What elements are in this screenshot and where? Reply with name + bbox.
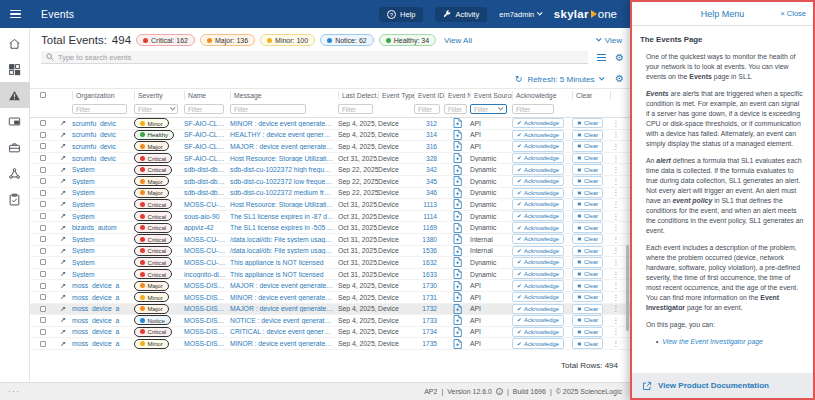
table-row[interactable]: ↗scrumfu_devicMinorSF-AIO-CLEONMINOR : d… [30, 118, 630, 130]
clear-button[interactable]: ✖Clear [572, 257, 603, 267]
acknowledge-button[interactable]: ✔Acknowledge [512, 327, 564, 337]
footer-ellipsis-icon[interactable]: ··· [8, 387, 21, 396]
acknowledge-button[interactable]: ✔Acknowledge [512, 188, 564, 198]
event-name-link[interactable]: MOSS-DIST-3- [184, 328, 230, 335]
event-note-icon[interactable] [444, 339, 470, 349]
event-name-link[interactable]: SF-AIO-CLEON [184, 131, 230, 138]
row-menu-icon[interactable]: ⋮ [610, 270, 622, 279]
row-menu-icon[interactable]: ⋮ [610, 258, 622, 267]
user-menu[interactable]: em7admin [499, 10, 542, 19]
row-menu-icon[interactable]: ⋮ [610, 293, 622, 302]
event-note-icon[interactable] [444, 234, 470, 244]
event-message-link[interactable]: MAJOR : device event generated by automa… [230, 143, 338, 150]
event-id-link[interactable]: 312 [414, 120, 444, 127]
refresh-icon[interactable]: ↻ [515, 75, 523, 84]
event-name-link[interactable]: MOSS-CU-3-6 [184, 236, 230, 243]
row-menu-icon[interactable]: ⋮ [610, 154, 622, 163]
col-message[interactable]: Message [230, 91, 338, 100]
sidebar-item-devices[interactable] [0, 108, 30, 134]
table-row[interactable]: ↗SystemMajorsdb-dist-db-10sdb-dist-cu-10… [30, 176, 630, 188]
table-row[interactable]: ↗SystemMajorsdb-dist-db-10sdb-dist-cu-10… [30, 188, 630, 200]
organization-link[interactable]: moss_device_a [72, 317, 134, 324]
filter-event-source[interactable]: Filter [470, 104, 507, 114]
hamburger-menu-icon[interactable] [10, 10, 21, 19]
event-note-icon[interactable] [444, 153, 470, 163]
row-menu-icon[interactable]: ⋮ [610, 188, 622, 197]
event-message-link[interactable]: MINOR : device event generated by automa… [230, 120, 338, 127]
row-checkbox[interactable] [40, 213, 46, 219]
table-row[interactable]: ↗moss_device_aMinorMOSS-DIST-3-MINOR : d… [30, 338, 630, 350]
event-message-link[interactable]: MAJOR : device event generated by automa… [230, 305, 338, 312]
open-event-icon[interactable]: ↗ [54, 119, 72, 127]
table-row[interactable]: ↗SystemCriticalMOSS-CU-3-6/data.local/db… [30, 246, 630, 258]
event-id-link[interactable]: 1633 [414, 271, 444, 278]
event-message-link[interactable]: MINOR : device event generated by automa… [230, 340, 338, 347]
close-help-button[interactable]: ×Close [777, 9, 806, 18]
row-menu-icon[interactable]: ⋮ [610, 235, 622, 244]
badge-critical[interactable]: Critical: 162 [136, 34, 195, 46]
row-menu-icon[interactable]: ⋮ [610, 130, 622, 139]
open-event-icon[interactable]: ↗ [54, 235, 72, 243]
filter-last-detected[interactable] [338, 104, 373, 114]
event-note-icon[interactable] [444, 211, 470, 221]
col-clear[interactable]: Clear [572, 91, 610, 100]
clear-button[interactable]: ✖Clear [572, 176, 603, 186]
organization-link[interactable]: System [72, 213, 134, 220]
organization-link[interactable]: scrumfu_devic [72, 120, 134, 127]
event-name-link[interactable]: sdb-dist-db-10 [184, 178, 230, 185]
event-id-link[interactable]: 1113 [414, 201, 444, 208]
table-row[interactable]: ↗SystemCriticalincognito-dist-This appli… [30, 269, 630, 281]
table-row[interactable]: ↗moss_device_aMajorMOSS-DIST-3-MAJOR : d… [30, 304, 630, 316]
event-name-link[interactable]: sous-aio-90 [184, 213, 230, 220]
organization-link[interactable]: bizards_autom [72, 224, 134, 231]
event-name-link[interactable]: MOSS-CU-3-6 [184, 259, 230, 266]
event-message-link[interactable]: /data.local/db: File system usage exceed… [230, 247, 338, 254]
organization-link[interactable]: moss_device_a [72, 305, 134, 312]
filter-message[interactable] [230, 104, 306, 114]
acknowledge-button[interactable]: ✔Acknowledge [512, 315, 564, 325]
clear-button[interactable]: ✖Clear [572, 269, 603, 279]
refresh-label[interactable]: Refresh: 5 Minutes [527, 75, 594, 84]
event-message-link[interactable]: The SL1 license expires in -87 days [230, 213, 338, 220]
event-message-link[interactable]: Host Resource: Storage Utilization (/var… [230, 155, 338, 162]
table-row[interactable]: ↗SystemCriticalMOSS-CU-3-6Host Resource:… [30, 199, 630, 211]
open-event-icon[interactable]: ↗ [54, 305, 72, 313]
row-checkbox[interactable] [40, 201, 46, 207]
open-event-icon[interactable]: ↗ [54, 154, 72, 162]
clear-button[interactable]: ✖Clear [572, 327, 603, 337]
table-row[interactable]: ↗SystemCriticalsous-aio-90The SL1 licens… [30, 211, 630, 223]
event-note-icon[interactable] [444, 269, 470, 279]
row-checkbox[interactable] [40, 236, 46, 242]
clear-button[interactable]: ✖Clear [572, 222, 603, 232]
organization-link[interactable]: scrumfu_devic [72, 155, 134, 162]
event-name-link[interactable]: MOSS-DIST-3- [184, 282, 230, 289]
organization-link[interactable]: System [72, 236, 134, 243]
event-note-icon[interactable] [444, 281, 470, 291]
filter-organization[interactable] [72, 104, 127, 114]
event-name-link[interactable]: MOSS-DIST-3- [184, 294, 230, 301]
acknowledge-button[interactable]: ✔Acknowledge [512, 211, 564, 221]
row-menu-icon[interactable]: ⋮ [610, 200, 622, 209]
acknowledge-button[interactable]: ✔Acknowledge [512, 130, 564, 140]
row-checkbox[interactable] [40, 143, 46, 149]
row-checkbox[interactable] [40, 306, 46, 312]
table-row[interactable]: ↗scrumfu_devicHealthySF-AIO-CLEONHEALTHY… [30, 130, 630, 142]
vertical-scrollbar[interactable] [626, 245, 629, 331]
event-message-link[interactable]: HEALTHY : device event generated by auto… [230, 131, 338, 138]
event-id-link[interactable]: 316 [414, 143, 444, 150]
event-message-link[interactable]: MAJOR : device event generated by automa… [230, 282, 338, 289]
event-id-link[interactable]: 342 [414, 166, 444, 173]
row-menu-icon[interactable]: ⋮ [610, 177, 622, 186]
clear-button[interactable]: ✖Clear [572, 118, 603, 128]
event-id-link[interactable]: 345 [414, 178, 444, 185]
open-event-icon[interactable]: ↗ [54, 142, 72, 150]
event-name-link[interactable]: incognito-dist- [184, 271, 230, 278]
badge-major[interactable]: Major: 136 [200, 34, 255, 46]
open-event-icon[interactable]: ↗ [54, 293, 72, 301]
table-row[interactable]: ↗moss_device_aNoticeMOSS-DIST-3-NOTICE :… [30, 315, 630, 327]
badge-notice[interactable]: Notice: 62 [320, 34, 374, 46]
event-id-link[interactable]: 1632 [414, 259, 444, 266]
table-row[interactable]: ↗SystemCriticalMOSS-CU-3-6This appliance… [30, 257, 630, 269]
event-id-link[interactable]: 1380 [414, 236, 444, 243]
organization-link[interactable]: System [72, 189, 134, 196]
